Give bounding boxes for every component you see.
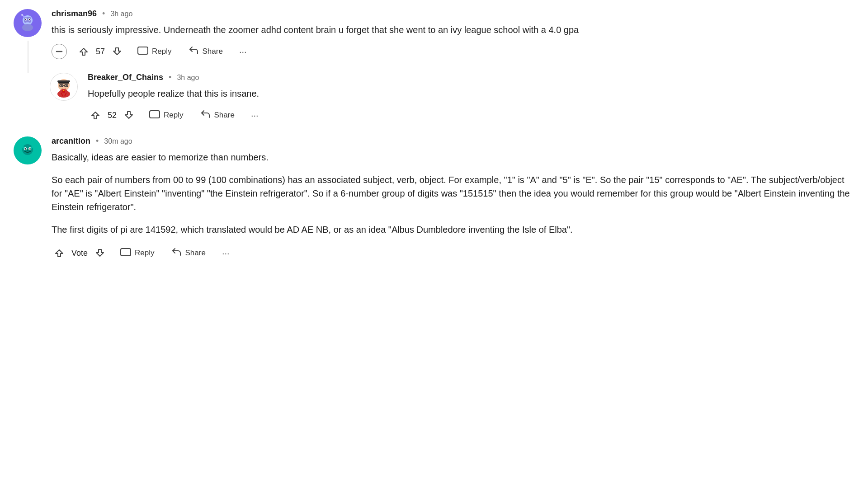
share-button-breaker-of-chains[interactable]: Share xyxy=(196,108,238,122)
reply-label-arcanition: Reply xyxy=(135,249,154,258)
reply-label-breaker-of-chains: Reply xyxy=(164,111,183,120)
comments-container: chrisman96 • 3h ago this is seriously im… xyxy=(0,0,868,283)
upvote-count-chrisman96: 57 xyxy=(96,47,105,56)
svg-point-34 xyxy=(27,150,28,150)
downvote-icon xyxy=(111,46,123,57)
comment-chrisman96: chrisman96 • 3h ago this is seriously im… xyxy=(14,9,854,59)
comment-actions-chrisman96: 57 Reply xyxy=(52,44,854,59)
avatar-icon-breaker xyxy=(53,76,75,98)
comment-actions-arcanition: Vote Reply xyxy=(52,245,854,261)
more-options-button-chrisman96[interactable]: ··· xyxy=(236,45,250,59)
upvote-icon-3 xyxy=(53,247,65,259)
reply-icon xyxy=(137,47,148,56)
vote-label-arcanition: Vote xyxy=(71,249,88,258)
comment-text-breaker-of-chains: Hopefully people realize that this is in… xyxy=(88,87,854,100)
comment-text-chrisman96: this is seriously impressive. Underneath… xyxy=(52,23,854,37)
share-label-breaker-of-chains: Share xyxy=(214,111,235,120)
collapse-button-chrisman96[interactable] xyxy=(52,44,67,59)
upvote-button-breaker-of-chains[interactable] xyxy=(88,108,103,123)
svg-point-10 xyxy=(21,14,23,16)
comment-text-arcanition-p3: The first digits of pi are 141592, which… xyxy=(52,223,854,236)
comment-arcanition: arcanition • 30m ago Basically, ideas ar… xyxy=(14,136,854,261)
svg-rect-7 xyxy=(25,17,27,18)
avatar-icon-chrisman xyxy=(18,13,38,33)
thread-line xyxy=(28,41,28,73)
more-options-button-breaker-of-chains[interactable]: ··· xyxy=(247,108,262,122)
svg-rect-6 xyxy=(26,22,29,23)
comment-actions-breaker-of-chains: 52 Reply xyxy=(88,108,854,123)
svg-point-8 xyxy=(22,24,33,31)
dot-separator-2: • xyxy=(169,73,171,82)
comment-breaker-of-chains: Breaker_Of_Chains • 3h ago Hopefully peo… xyxy=(50,73,854,123)
share-label-chrisman96: Share xyxy=(203,47,223,56)
reply-button-breaker-of-chains[interactable]: Reply xyxy=(146,108,187,122)
username-breaker-of-chains: Breaker_Of_Chains xyxy=(88,73,163,82)
upvote-button-chrisman96[interactable] xyxy=(76,44,91,59)
svg-rect-27 xyxy=(150,111,160,118)
comment-header-chrisman96: chrisman96 • 3h ago xyxy=(52,9,854,19)
comment-body-chrisman96: chrisman96 • 3h ago this is seriously im… xyxy=(52,9,854,59)
comment-text-arcanition-p1: Basically, ideas are easier to memorize … xyxy=(52,150,854,164)
svg-rect-12 xyxy=(138,47,148,54)
svg-point-4 xyxy=(25,19,26,20)
comment-header-arcanition: arcanition • 30m ago xyxy=(52,136,854,146)
more-options-button-arcanition[interactable]: ··· xyxy=(218,246,233,260)
reply-button-chrisman96[interactable]: Reply xyxy=(134,45,175,58)
timestamp-breaker-of-chains: 3h ago xyxy=(177,74,199,82)
share-button-arcanition[interactable]: Share xyxy=(167,246,209,260)
upvote-button-arcanition[interactable] xyxy=(52,245,67,261)
comment-body-arcanition: arcanition • 30m ago Basically, ideas ar… xyxy=(52,136,854,261)
comment-header-breaker-of-chains: Breaker_Of_Chains • 3h ago xyxy=(88,73,854,82)
upvote-count-breaker-of-chains: 52 xyxy=(108,111,117,120)
downvote-button-chrisman96[interactable] xyxy=(109,44,125,59)
timestamp-arcanition: 30m ago xyxy=(104,137,132,145)
timestamp-chrisman96: 3h ago xyxy=(110,10,132,18)
svg-rect-15 xyxy=(57,80,70,82)
svg-rect-35 xyxy=(121,249,131,256)
share-label-arcanition: Share xyxy=(185,249,206,258)
svg-rect-24 xyxy=(63,90,65,91)
vote-group-arcanition: Vote xyxy=(52,245,108,261)
downvote-icon-2 xyxy=(123,109,135,121)
upvote-icon-2 xyxy=(90,109,101,121)
reply-label-chrisman96: Reply xyxy=(152,47,171,56)
reply-button-arcanition[interactable]: Reply xyxy=(117,246,158,260)
avatar-chrisman96 xyxy=(14,9,42,37)
dot-separator-3: • xyxy=(96,136,99,146)
dot-separator: • xyxy=(102,9,105,19)
username-chrisman96: chrisman96 xyxy=(52,9,97,19)
share-icon xyxy=(188,46,199,57)
avatar-arcanition xyxy=(14,136,42,164)
comment-body-breaker-of-chains: Breaker_Of_Chains • 3h ago Hopefully peo… xyxy=(88,73,854,123)
downvote-button-arcanition[interactable] xyxy=(92,245,108,261)
comment-text-arcanition-p2: So each pair of numbers from 00 to 99 (1… xyxy=(52,173,854,214)
share-icon-2 xyxy=(200,110,211,121)
svg-point-32 xyxy=(25,148,26,150)
vote-group-breaker-of-chains: 52 xyxy=(88,108,137,123)
svg-point-33 xyxy=(29,148,31,150)
collapse-icon xyxy=(56,51,63,52)
svg-point-20 xyxy=(66,85,67,86)
svg-point-5 xyxy=(29,19,30,20)
share-icon-3 xyxy=(171,248,182,258)
svg-point-19 xyxy=(61,85,62,86)
username-arcanition: arcanition xyxy=(52,136,90,146)
svg-line-9 xyxy=(23,15,24,17)
downvote-button-breaker-of-chains[interactable] xyxy=(121,108,137,123)
vote-group-chrisman96: 57 xyxy=(76,44,125,59)
share-button-chrisman96[interactable]: Share xyxy=(184,44,226,59)
reply-icon-3 xyxy=(120,248,131,258)
upvote-icon xyxy=(78,46,90,57)
avatar-icon-arcanition xyxy=(18,141,38,160)
reply-icon-2 xyxy=(149,110,160,120)
downvote-icon-3 xyxy=(94,247,106,259)
avatar-breaker-of-chains xyxy=(50,73,78,101)
